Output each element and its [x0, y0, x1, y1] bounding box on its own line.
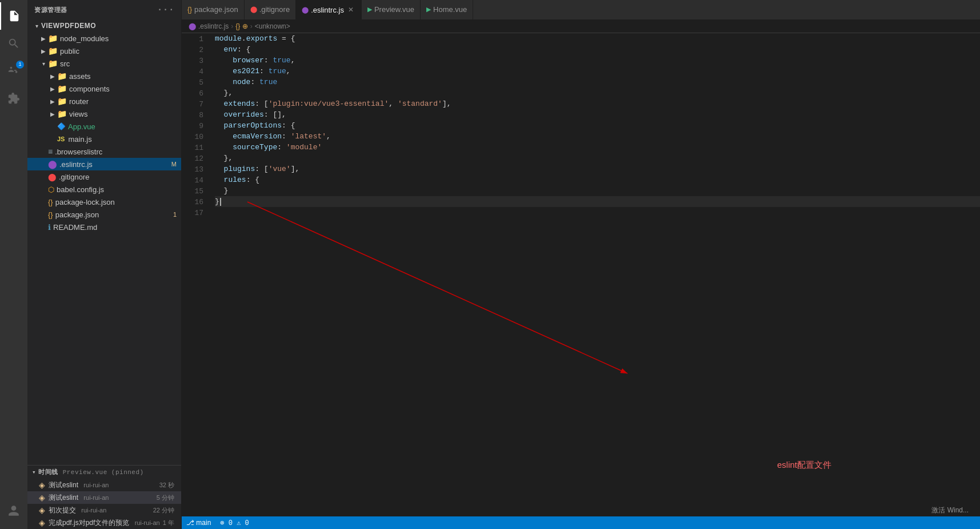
search-icon[interactable]	[0, 30, 27, 57]
code-line-16: }	[215, 196, 980, 207]
source-control-icon[interactable]: 1	[0, 57, 27, 85]
breadcrumb-unknown: <unknown>	[255, 22, 290, 30]
line-num-6: 6	[182, 87, 203, 98]
line-num-15: 15	[182, 185, 203, 196]
code-line-13: plugins: ['vue'],	[215, 164, 980, 174]
label-browserslistrc: .browserslistrc	[55, 148, 181, 156]
code-line-6: },	[215, 87, 980, 98]
tab-home-vue[interactable]: ▶ Home.vue	[421, 0, 473, 19]
tab-label-package-json: package.json	[194, 5, 238, 14]
code-line-12: },	[215, 153, 980, 164]
timeline-label-2: 测试eslint rui-rui-an	[49, 493, 157, 503]
folder-icon-public: 📁	[48, 46, 58, 55]
timeline-item-2[interactable]: ◈ 测试eslint rui-rui-an 5 分钟	[27, 491, 181, 504]
timeline-item-3[interactable]: ◈ 初次提交 rui-rui-an 22 分钟	[27, 504, 181, 516]
root-folder-label: VIEWPDFDEMO	[41, 22, 181, 30]
label-node_modules: node_modules	[60, 34, 181, 43]
code-line-17	[215, 207, 980, 218]
eslintrc-modified-badge: M	[171, 161, 177, 168]
tab-close-eslintrc[interactable]: ✕	[346, 5, 355, 14]
code-line-5: node: true	[215, 77, 980, 87]
sidebar: 资源管理器 ··· ▾ VIEWPDFDEMO ▶ 📁 node_modules…	[27, 0, 182, 529]
tree-item-eslintrc-js[interactable]: ⬤ .eslintrc.js M	[27, 158, 181, 170]
arrow-assets: ▶	[48, 73, 57, 79]
tree-item-router[interactable]: ▶ 📁 router	[27, 95, 181, 108]
timeline-author-1: rui-rui-an	[83, 482, 109, 488]
readme-icon: ℹ	[48, 223, 51, 232]
timeline-label-3: 初次提交 rui-rui-an	[49, 506, 153, 515]
tree-item-components[interactable]: ▶ 📁 components	[27, 82, 181, 95]
breadcrumb: ⬤ .eslintrc.js › {} ⊕ › <unknown>	[182, 20, 980, 33]
timeline-author-3: rui-rui-an	[81, 507, 106, 514]
line-num-10: 10	[182, 131, 203, 142]
package-json-badge: 1	[173, 211, 177, 218]
label-package-lock: package-lock.json	[55, 198, 181, 206]
line-num-11: 11	[182, 142, 203, 153]
tree-item-package-json[interactable]: {} package.json 1	[27, 208, 181, 221]
tab-package-json[interactable]: {} package.json	[182, 0, 245, 19]
timeline-item-4[interactable]: ◈ 完成pdf.js对pdf文件的预览 rui-rui-an 1 年	[27, 516, 181, 529]
label-readme: README.md	[53, 223, 181, 232]
tab-icon-eslintrc: ⬤	[302, 6, 309, 14]
babel-icon: ⬡	[48, 185, 54, 194]
tree-item-public[interactable]: ▶ 📁 public	[27, 45, 181, 57]
tab-icon-gitignore: ⬤	[250, 6, 257, 13]
code-line-9: parserOptions: {	[215, 120, 980, 131]
bottom-bar-errors: ⊗ 0 ⚠ 0	[220, 519, 249, 527]
tab-icon-preview-vue: ▶	[367, 6, 372, 13]
tab-gitignore[interactable]: ⬤ .gitignore	[245, 0, 296, 19]
tree-item-readme[interactable]: ℹ README.md	[27, 221, 181, 233]
arrow-src: ▾	[39, 61, 48, 67]
editor-content[interactable]: 1 2 3 4 5 6 7 8 9 10 11 12 13 14 15 16 1…	[182, 33, 980, 516]
code-line-2: env: {	[215, 44, 980, 55]
timeline-time-4: 1 年	[163, 519, 174, 527]
timeline-time-2: 5 分钟	[157, 494, 174, 502]
label-assets: assets	[69, 72, 181, 81]
timeline-item-1[interactable]: ◈ 测试eslint rui-rui-an 32 秒	[27, 479, 181, 491]
code-line-4: es2021: true,	[215, 66, 980, 77]
tab-eslintrc[interactable]: ⬤ .eslintrc.js ✕	[296, 0, 362, 19]
eslint-icon: ⬤	[48, 160, 57, 169]
tab-bar: {} package.json ⬤ .gitignore ⬤ .eslintrc…	[182, 0, 980, 20]
account-icon[interactable]	[0, 497, 27, 524]
tree-item-package-lock[interactable]: {} package-lock.json	[27, 196, 181, 208]
code-editor[interactable]: module.exports = { env: { browser: true,…	[210, 33, 980, 516]
tree-item-assets[interactable]: ▶ 📁 assets	[27, 70, 181, 82]
tab-icon-package-json: {}	[187, 6, 192, 14]
label-router: router	[69, 97, 181, 106]
line-num-7: 7	[182, 98, 203, 109]
extensions-icon[interactable]	[0, 85, 27, 112]
code-line-8: overrides: [],	[215, 109, 980, 120]
line-numbers: 1 2 3 4 5 6 7 8 9 10 11 12 13 14 15 16 1…	[182, 33, 210, 516]
line-num-1: 1	[182, 33, 203, 44]
arrow-node_modules: ▶	[39, 35, 48, 42]
tree-root-folder[interactable]: ▾ VIEWPDFDEMO	[27, 19, 181, 32]
label-main-js: main.js	[68, 135, 181, 144]
line-num-9: 9	[182, 120, 203, 131]
tree-item-gitignore[interactable]: ⬤ .gitignore	[27, 170, 181, 183]
timeline-commit-3: 初次提交	[49, 506, 76, 514]
timeline-header[interactable]: ▾ 时间线 Preview.vue (pinned)	[27, 466, 181, 479]
tree-item-node_modules[interactable]: ▶ 📁 node_modules	[27, 32, 181, 45]
timeline-commit-1: 测试eslint	[49, 481, 78, 489]
folder-icon-node_modules: 📁	[48, 34, 58, 43]
timeline-author-2: rui-rui-an	[83, 494, 109, 501]
editor-area: {} package.json ⬤ .gitignore ⬤ .eslintrc…	[182, 0, 980, 516]
tree-item-browserslistrc[interactable]: ≡ .browserslistrc	[27, 145, 181, 158]
timeline-commit-4: 完成pdf.js对pdf文件的预览	[49, 519, 129, 527]
bottom-bar: ⎇ main ⊗ 0 ⚠ 0	[182, 516, 980, 529]
sidebar-options-button[interactable]: ···	[157, 5, 174, 15]
tab-preview-vue[interactable]: ▶ Preview.vue	[362, 0, 421, 19]
breadcrumb-filename: .eslintrc.js	[198, 22, 229, 30]
files-icon[interactable]	[0, 2, 27, 30]
folder-icon-router: 📁	[57, 97, 67, 106]
label-public: public	[60, 47, 181, 55]
tree-item-views[interactable]: ▶ 📁 views	[27, 108, 181, 120]
tree-item-src[interactable]: ▾ 📁 src	[27, 57, 181, 70]
tree-item-app-vue[interactable]: 🔷 App.vue	[27, 120, 181, 133]
tree-item-babel[interactable]: ⬡ babel.config.js	[27, 183, 181, 196]
tree-item-main-js[interactable]: JS main.js	[27, 133, 181, 145]
breadcrumb-sep1: ›	[231, 22, 233, 30]
code-line-15: }	[215, 185, 980, 196]
timeline-title: 时间线	[38, 468, 58, 476]
